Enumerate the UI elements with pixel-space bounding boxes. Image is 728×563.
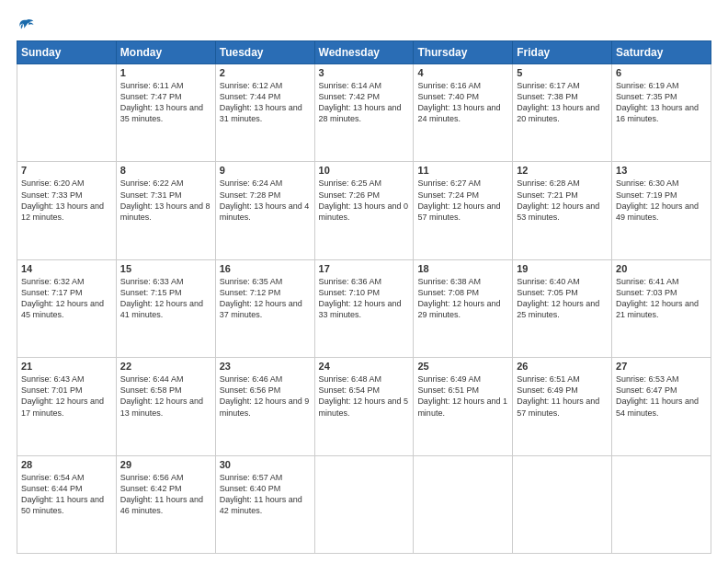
calendar-table: SundayMondayTuesdayWednesdayThursdayFrid… <box>17 40 711 554</box>
day-cell: 29Sunrise: 6:56 AMSunset: 6:42 PMDayligh… <box>116 455 215 553</box>
day-info: Sunrise: 6:35 AMSunset: 7:12 PMDaylight:… <box>220 276 311 321</box>
weekday-header-sunday: Sunday <box>17 41 117 64</box>
day-number: 20 <box>616 263 707 274</box>
day-info: Sunrise: 6:20 AMSunset: 7:33 PMDaylight:… <box>21 178 112 223</box>
day-cell <box>513 455 612 553</box>
weekday-header-thursday: Thursday <box>414 41 513 64</box>
day-info: Sunrise: 6:27 AMSunset: 7:24 PMDaylight:… <box>417 178 508 223</box>
day-cell: 30Sunrise: 6:57 AMSunset: 6:40 PMDayligh… <box>215 455 314 553</box>
day-info: Sunrise: 6:49 AMSunset: 6:51 PMDaylight:… <box>417 373 508 419</box>
weekday-header-row: SundayMondayTuesdayWednesdayThursdayFrid… <box>17 41 711 64</box>
day-cell: 17Sunrise: 6:36 AMSunset: 7:10 PMDayligh… <box>314 259 414 357</box>
day-info: Sunrise: 6:54 AMSunset: 6:44 PMDaylight:… <box>21 472 112 517</box>
calendar-page: SundayMondayTuesdayWednesdayThursdayFrid… <box>0 0 728 563</box>
day-info: Sunrise: 6:51 AMSunset: 6:49 PMDaylight:… <box>517 373 608 419</box>
day-cell: 12Sunrise: 6:28 AMSunset: 7:21 PMDayligh… <box>513 162 612 259</box>
day-cell: 21Sunrise: 6:43 AMSunset: 7:01 PMDayligh… <box>17 358 117 455</box>
day-number: 23 <box>220 361 311 372</box>
day-info: Sunrise: 6:40 AMSunset: 7:05 PMDaylight:… <box>517 276 608 321</box>
day-number: 22 <box>120 361 211 372</box>
day-number: 3 <box>319 67 410 78</box>
day-number: 15 <box>120 263 211 274</box>
week-row-3: 14Sunrise: 6:32 AMSunset: 7:17 PMDayligh… <box>17 259 711 357</box>
day-number: 28 <box>21 459 112 470</box>
day-number: 7 <box>21 165 112 176</box>
day-cell: 28Sunrise: 6:54 AMSunset: 6:44 PMDayligh… <box>17 455 117 553</box>
day-cell: 22Sunrise: 6:44 AMSunset: 6:58 PMDayligh… <box>116 358 215 455</box>
day-info: Sunrise: 6:30 AMSunset: 7:19 PMDaylight:… <box>616 178 707 223</box>
day-cell: 9Sunrise: 6:24 AMSunset: 7:28 PMDaylight… <box>215 162 314 259</box>
day-number: 21 <box>21 361 112 372</box>
day-number: 18 <box>417 263 508 274</box>
weekday-header-tuesday: Tuesday <box>215 41 314 64</box>
day-number: 16 <box>220 263 311 274</box>
weekday-header-saturday: Saturday <box>612 41 711 64</box>
day-cell: 26Sunrise: 6:51 AMSunset: 6:49 PMDayligh… <box>513 358 612 455</box>
day-cell: 3Sunrise: 6:14 AMSunset: 7:42 PMDaylight… <box>314 64 414 162</box>
day-info: Sunrise: 6:14 AMSunset: 7:42 PMDaylight:… <box>319 80 410 125</box>
day-info: Sunrise: 6:46 AMSunset: 6:56 PMDaylight:… <box>220 373 311 419</box>
day-number: 14 <box>21 263 112 274</box>
day-number: 5 <box>517 67 608 78</box>
week-row-2: 7Sunrise: 6:20 AMSunset: 7:33 PMDaylight… <box>17 162 711 259</box>
day-cell: 8Sunrise: 6:22 AMSunset: 7:31 PMDaylight… <box>116 162 215 259</box>
day-info: Sunrise: 6:33 AMSunset: 7:15 PMDaylight:… <box>120 276 211 321</box>
day-info: Sunrise: 6:38 AMSunset: 7:08 PMDaylight:… <box>417 276 508 321</box>
logo <box>17 17 35 33</box>
day-cell: 19Sunrise: 6:40 AMSunset: 7:05 PMDayligh… <box>513 259 612 357</box>
day-cell: 13Sunrise: 6:30 AMSunset: 7:19 PMDayligh… <box>612 162 711 259</box>
day-info: Sunrise: 6:22 AMSunset: 7:31 PMDaylight:… <box>120 178 211 223</box>
day-number: 1 <box>120 67 211 78</box>
day-cell: 20Sunrise: 6:41 AMSunset: 7:03 PMDayligh… <box>612 259 711 357</box>
day-info: Sunrise: 6:44 AMSunset: 6:58 PMDaylight:… <box>120 373 211 419</box>
day-cell: 18Sunrise: 6:38 AMSunset: 7:08 PMDayligh… <box>414 259 513 357</box>
day-cell: 27Sunrise: 6:53 AMSunset: 6:47 PMDayligh… <box>612 358 711 455</box>
day-cell: 4Sunrise: 6:16 AMSunset: 7:40 PMDaylight… <box>414 64 513 162</box>
header <box>17 17 711 33</box>
day-number: 17 <box>319 263 410 274</box>
weekday-header-friday: Friday <box>513 41 612 64</box>
day-cell: 2Sunrise: 6:12 AMSunset: 7:44 PMDaylight… <box>215 64 314 162</box>
day-info: Sunrise: 6:11 AMSunset: 7:47 PMDaylight:… <box>120 80 211 125</box>
day-cell: 16Sunrise: 6:35 AMSunset: 7:12 PMDayligh… <box>215 259 314 357</box>
day-cell: 7Sunrise: 6:20 AMSunset: 7:33 PMDaylight… <box>17 162 117 259</box>
day-cell <box>17 64 117 162</box>
day-cell: 24Sunrise: 6:48 AMSunset: 6:54 PMDayligh… <box>314 358 414 455</box>
day-number: 8 <box>120 165 211 176</box>
day-info: Sunrise: 6:57 AMSunset: 6:40 PMDaylight:… <box>220 472 311 517</box>
day-info: Sunrise: 6:16 AMSunset: 7:40 PMDaylight:… <box>417 80 508 125</box>
day-cell: 5Sunrise: 6:17 AMSunset: 7:38 PMDaylight… <box>513 64 612 162</box>
day-number: 10 <box>319 165 410 176</box>
logo-bird-icon <box>18 17 35 33</box>
day-number: 24 <box>319 361 410 372</box>
day-info: Sunrise: 6:24 AMSunset: 7:28 PMDaylight:… <box>220 178 311 223</box>
day-info: Sunrise: 6:43 AMSunset: 7:01 PMDaylight:… <box>21 373 112 419</box>
day-number: 25 <box>417 361 508 372</box>
day-cell: 1Sunrise: 6:11 AMSunset: 7:47 PMDaylight… <box>116 64 215 162</box>
day-cell <box>314 455 414 553</box>
day-info: Sunrise: 6:41 AMSunset: 7:03 PMDaylight:… <box>616 276 707 321</box>
day-cell: 10Sunrise: 6:25 AMSunset: 7:26 PMDayligh… <box>314 162 414 259</box>
day-number: 9 <box>220 165 311 176</box>
day-cell <box>612 455 711 553</box>
week-row-1: 1Sunrise: 6:11 AMSunset: 7:47 PMDaylight… <box>17 64 711 162</box>
week-row-4: 21Sunrise: 6:43 AMSunset: 7:01 PMDayligh… <box>17 358 711 455</box>
day-cell: 15Sunrise: 6:33 AMSunset: 7:15 PMDayligh… <box>116 259 215 357</box>
day-number: 27 <box>616 361 707 372</box>
day-cell: 6Sunrise: 6:19 AMSunset: 7:35 PMDaylight… <box>612 64 711 162</box>
day-info: Sunrise: 6:19 AMSunset: 7:35 PMDaylight:… <box>616 80 707 125</box>
day-cell: 14Sunrise: 6:32 AMSunset: 7:17 PMDayligh… <box>17 259 117 357</box>
day-info: Sunrise: 6:25 AMSunset: 7:26 PMDaylight:… <box>319 178 410 223</box>
day-info: Sunrise: 6:12 AMSunset: 7:44 PMDaylight:… <box>220 80 311 125</box>
day-number: 6 <box>616 67 707 78</box>
week-row-5: 28Sunrise: 6:54 AMSunset: 6:44 PMDayligh… <box>17 455 711 553</box>
day-info: Sunrise: 6:17 AMSunset: 7:38 PMDaylight:… <box>517 80 608 125</box>
day-number: 30 <box>220 459 311 470</box>
day-info: Sunrise: 6:36 AMSunset: 7:10 PMDaylight:… <box>319 276 410 321</box>
weekday-header-wednesday: Wednesday <box>314 41 414 64</box>
day-info: Sunrise: 6:53 AMSunset: 6:47 PMDaylight:… <box>616 373 707 419</box>
day-number: 29 <box>120 459 211 470</box>
day-number: 12 <box>517 165 608 176</box>
day-number: 2 <box>220 67 311 78</box>
day-info: Sunrise: 6:28 AMSunset: 7:21 PMDaylight:… <box>517 178 608 223</box>
